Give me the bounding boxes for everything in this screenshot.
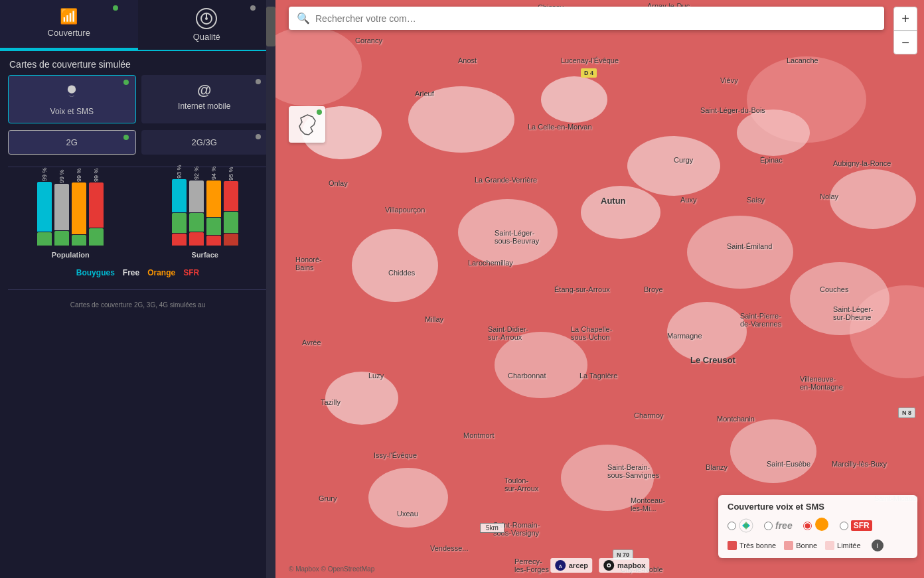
svg-point-22	[275, 27, 362, 106]
coverage-tres-bonne: Très bonne	[728, 541, 776, 550]
bar-sfr-surf: 95 %	[224, 161, 238, 246]
svg-point-18	[790, 262, 889, 335]
coverage-bonne: Bonne	[784, 541, 817, 550]
svg-point-16	[495, 332, 587, 398]
qualite-icon	[196, 8, 217, 29]
info-icon[interactable]: i	[872, 540, 884, 551]
bar-free-pop-pct: 99 %	[58, 163, 65, 183]
surface-label: Surface	[192, 251, 218, 259]
orange-logo-svg	[814, 517, 829, 532]
legend-sfr[interactable]: SFR	[183, 268, 199, 277]
legend-bouygues[interactable]: Bouygues	[76, 268, 115, 277]
bar-orange-surf-bot	[206, 236, 221, 246]
bar-free-pop-mid	[54, 231, 69, 246]
sidebar-scrollbar[interactable]	[266, 0, 275, 578]
svg-point-19	[368, 468, 448, 528]
svg-point-23	[747, 56, 866, 143]
bar-orange-surf-pct: 94 %	[210, 160, 217, 180]
bar-orange-surf-top	[206, 181, 221, 217]
voix-icon	[62, 82, 81, 104]
bar-sfr-pop-mid	[89, 228, 104, 246]
search-input[interactable]	[315, 13, 876, 24]
svg-point-11	[458, 199, 558, 265]
bar-bouygues-pop-pct: 99 %	[41, 161, 48, 181]
orange-logo	[814, 517, 829, 534]
bar-bouygues-pop: 99 %	[37, 161, 52, 246]
tab-qualite[interactable]: Qualité	[138, 0, 276, 50]
bar-orange-pop: 99 %	[72, 162, 86, 246]
bar-free-surf-top	[189, 181, 204, 212]
france-view-btn[interactable]	[289, 106, 325, 143]
voix-dot	[123, 80, 129, 85]
sub-tab-internet-label: Internet mobile	[178, 102, 230, 111]
coverage-types: Très bonne Bonne Limitée i	[728, 540, 908, 551]
charts-area: 99 % 99 % 99 % 99 %	[0, 173, 275, 265]
gen-btn-2g3g[interactable]: 2G/3G	[141, 130, 268, 155]
map-texture	[275, 0, 924, 578]
gen-2g-dot	[123, 135, 129, 140]
bar-sfr-pop: 99 %	[89, 162, 104, 246]
zoom-in-button[interactable]: +	[893, 7, 917, 31]
bar-sfr-pop-pct: 99 %	[93, 162, 100, 182]
population-bars: 99 % 99 % 99 % 99 %	[37, 173, 104, 246]
tab-couverture-label: Couverture	[48, 28, 90, 38]
dot-tres-bonne	[728, 541, 737, 550]
bar-sfr-pop-top	[89, 182, 104, 228]
gen-buttons: 2G 2G/3G	[8, 130, 268, 155]
map-attribution: © Mapbox © OpenStreetMap	[289, 565, 374, 573]
svg-point-24	[850, 285, 924, 378]
svg-point-15	[325, 372, 398, 425]
bar-bouygues-pop-mid	[37, 232, 52, 246]
map-logos: A arcep mapbox	[550, 558, 650, 573]
sub-tab-internet[interactable]: @ Internet mobile	[141, 75, 268, 123]
radio-sfr-input[interactable]	[840, 522, 848, 530]
radio-orange[interactable]	[803, 517, 829, 534]
radio-orange-input[interactable]	[803, 522, 812, 530]
svg-point-17	[667, 302, 747, 362]
bar-orange-surf-mid	[206, 218, 221, 235]
bouygues-logo	[739, 518, 753, 533]
svg-point-2	[205, 17, 208, 20]
divider-2	[8, 289, 268, 290]
bar-sfr-surf-pct: 95 %	[228, 161, 234, 181]
tab-couverture[interactable]: 📶 Couverture	[0, 0, 138, 50]
population-label: Population	[52, 251, 90, 259]
bar-bouygues-surf-pct: 93 %	[176, 159, 183, 179]
operator-radios: free SFR	[728, 517, 908, 534]
gen-2g3g-dot	[256, 134, 261, 139]
svg-point-13	[687, 216, 793, 289]
radio-free-input[interactable]	[764, 522, 773, 530]
france-outline-svg	[294, 111, 321, 138]
bar-bouygues-surf-top	[172, 179, 187, 212]
bar-free-pop-top	[54, 184, 69, 230]
road-badge-d4: D 4	[581, 68, 597, 78]
radio-free[interactable]: free	[764, 520, 793, 531]
legend-free[interactable]: Free	[123, 268, 139, 277]
sub-tabs: Voix et SMS @ Internet mobile	[8, 75, 268, 123]
bar-bouygues-surf-mid	[172, 213, 187, 233]
bar-sfr-surf-bot	[224, 234, 238, 246]
radio-bouygues-input[interactable]	[728, 522, 736, 530]
couverture-icon: 📶	[60, 8, 78, 25]
bar-sfr-surf-top	[224, 181, 238, 211]
svg-rect-4	[275, 0, 924, 578]
map-background	[275, 0, 924, 578]
bar-bouygues-surf: 93 %	[172, 159, 187, 246]
top-tabs: 📶 Couverture Qualité	[0, 0, 275, 51]
map-area[interactable]: Corancy Anost Lucenay-l'Évêque Manlay Vi…	[275, 0, 924, 578]
legend-orange[interactable]: Orange	[147, 268, 175, 277]
sub-tab-voix[interactable]: Voix et SMS	[8, 75, 136, 123]
internet-dot	[256, 79, 261, 84]
coverage-legend-title: Couverture voix et SMS	[728, 502, 908, 512]
gen-btn-2g[interactable]: 2G	[8, 130, 136, 155]
svg-point-26	[815, 518, 828, 531]
radio-bouygues[interactable]	[728, 518, 753, 533]
sidebar: 📶 Couverture Qualité Cartes de couvertur…	[0, 0, 275, 578]
label-limitee: Limitée	[837, 542, 860, 549]
zoom-out-button[interactable]: −	[893, 31, 917, 54]
france-dot	[317, 109, 322, 115]
dot-bonne	[784, 541, 793, 550]
tab-qualite-label: Qualité	[193, 32, 220, 42]
sidebar-scrollbar-thumb[interactable]	[266, 7, 275, 46]
radio-sfr[interactable]: SFR	[840, 520, 872, 531]
